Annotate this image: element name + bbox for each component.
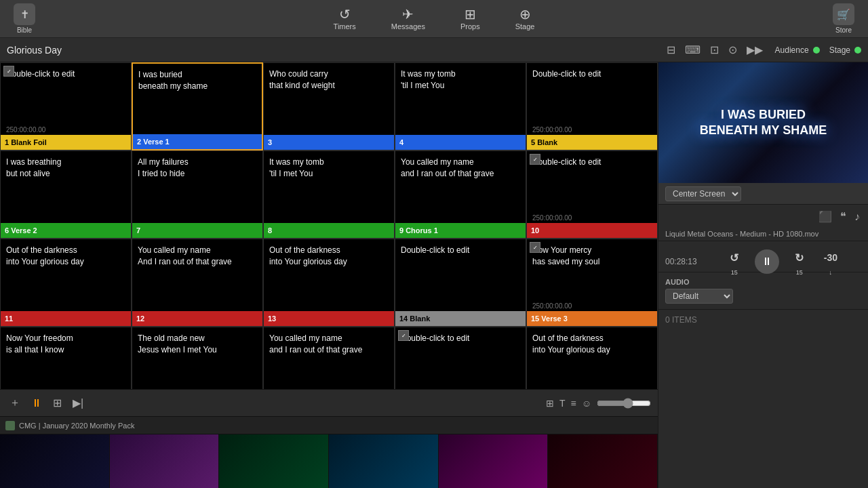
thumbnail-item[interactable] [110, 434, 220, 488]
play-pause-button[interactable]: ⏸ [28, 394, 45, 412]
play-pause-transport-button[interactable]: ⏸ [755, 249, 779, 274]
slide-card[interactable]: You called my nameAnd I ran out of that … [132, 239, 263, 327]
transport-bar: ⬛ ❝ ♪ Liquid Metal Oceans - Medium - HD … [658, 205, 868, 272]
slide-label: 2 Verse 1 [133, 134, 262, 149]
props-icon: ⊞ [465, 7, 476, 21]
presentation-title: Glorious Day [7, 45, 660, 56]
thumbnail-strip [0, 434, 658, 488]
text-view-button[interactable]: T [559, 398, 566, 409]
slide-card[interactable]: Who could carrythat kind of weight3 [263, 62, 395, 150]
thumbnail-image [329, 434, 438, 488]
slide-card[interactable]: You called my nameand I ran out of that … [395, 150, 526, 239]
secondary-toolbar: Glorious Day ⊟ ⌨ ⊡ ⊙ ▶▶ Audience Stage [0, 38, 868, 62]
slide-corner-icon: ✓ [398, 330, 409, 341]
add-slide-button[interactable]: ＋ [7, 393, 23, 413]
slide-corner-icon: ✓ [530, 242, 540, 253]
settings-button[interactable]: ⊙ [726, 42, 740, 58]
slides-grid: ✓Double-click to edit250:00:00.001 Blank… [0, 62, 658, 389]
toolbar-right: 🛒 Store [827, 1, 860, 37]
slide-card-text: Double-click to edit [527, 63, 657, 125]
center-screen-select[interactable]: Center Screen [665, 186, 741, 201]
slide-card[interactable]: It was my tomb'til I met You8 [263, 150, 395, 239]
layout-button[interactable]: ⊡ [707, 42, 722, 58]
slide-card-text: You called my nameand I ran out of that … [264, 327, 394, 389]
slide-card[interactable]: ✓Double-click to edit250:00:00.0010 [526, 150, 658, 239]
forward-15-button[interactable]: ↻ [789, 247, 810, 269]
thumbnail-item[interactable] [0, 434, 110, 488]
slide-label: 10 [527, 223, 657, 238]
timers-button[interactable]: ↺ Timers [324, 5, 366, 33]
slide-card[interactable]: Out of the darknessinto Your glorious da… [263, 239, 395, 327]
bible-icon: ✝ [14, 3, 35, 25]
slide-card-text: Double-click to edit [1, 63, 131, 125]
rewind-15-button[interactable]: ↺ [724, 247, 745, 269]
monitor-icon-btn[interactable]: ⬛ [817, 209, 833, 224]
quote-icon-btn[interactable]: ❝ [839, 209, 848, 224]
slide-card-text: Double-click to edit [395, 239, 526, 311]
slide-card[interactable]: Double-click to edit14 Blank [395, 239, 526, 327]
slides-panel: ✓Double-click to edit250:00:00.001 Blank… [0, 62, 658, 488]
top-toolbar: ✝ Bible ↺ Timers ✈ Messages ⊞ Props ⊕ St… [0, 0, 868, 38]
search-button[interactable]: ⊟ [664, 42, 678, 58]
slide-label: 9 Chorus 1 [395, 223, 526, 238]
thumbnail-item[interactable] [329, 434, 439, 488]
emoji-button[interactable]: ☺ [582, 398, 591, 409]
keyboard-button[interactable]: ⌨ [682, 42, 703, 58]
slide-card[interactable]: ✓Double-click to edit250:00:00.001 Blank… [0, 62, 132, 150]
slide-card[interactable]: You called my nameand I ran out of that … [263, 327, 395, 389]
store-icon: 🛒 [833, 3, 854, 25]
thumbnail-image [439, 434, 548, 488]
next-button[interactable]: ▶| [70, 394, 86, 412]
main-area: ✓Double-click to edit250:00:00.001 Blank… [0, 62, 868, 488]
zoom-slider[interactable] [597, 398, 651, 409]
slide-card[interactable]: I was buriedbeneath my shame2 Verse 1 [132, 62, 263, 150]
slide-label: 12 [132, 311, 262, 326]
slide-label: 11 [1, 311, 131, 326]
slide-label: 15 Verse 3 [527, 311, 657, 326]
items-section: 0 ITEMS [658, 310, 868, 330]
slide-label: 1 Blank Foil [1, 135, 131, 150]
audio-select[interactable]: Default [665, 289, 733, 304]
preview-line1: I WAS BURIED [700, 107, 827, 123]
slide-corner-icon: ✓ [3, 66, 14, 77]
loop-button[interactable]: ⊞ [50, 394, 64, 412]
stage-button[interactable]: ⊕ Stage [506, 5, 545, 33]
list-view-button[interactable]: ≡ [571, 398, 576, 409]
thumbnail-item[interactable] [439, 434, 549, 488]
slide-corner-icon: ✓ [530, 154, 540, 165]
skip-minus-button[interactable]: -30 [820, 247, 842, 268]
forward-button[interactable]: ▶▶ [744, 42, 766, 58]
stage-label: Stage [829, 45, 850, 55]
messages-button[interactable]: ✈ Messages [382, 5, 435, 33]
store-button[interactable]: 🛒 Store [827, 1, 860, 37]
toolbar-left: ✝ Bible [8, 1, 41, 37]
props-button[interactable]: ⊞ Props [451, 5, 490, 33]
transport-icons: ⬛ ❝ ♪ [658, 205, 868, 227]
slide-card[interactable]: Now Your freedomis all that I know16 [0, 327, 132, 389]
source-bar: CMG | January 2020 Monthly Pack [0, 416, 658, 434]
thumbnail-item[interactable] [548, 434, 658, 488]
slide-card[interactable]: ✓Now Your mercyhas saved my soul250:00:0… [526, 239, 658, 327]
bottom-bar: ＋ ⏸ ⊞ ▶| ⊞ T ≡ ☺ [0, 389, 658, 416]
thumbnail-item[interactable] [219, 434, 329, 488]
music-icon-btn[interactable]: ♪ [853, 209, 861, 224]
slide-card[interactable]: Out of the darknessinto Your glorious da… [0, 239, 132, 327]
bible-button[interactable]: ✝ Bible [8, 1, 41, 37]
slide-card-text: Now Your mercyhas saved my soul [527, 239, 657, 301]
thumbnail-image [548, 434, 657, 488]
slide-card[interactable]: It was my tomb'til I met You4 [395, 62, 526, 150]
timers-icon: ↺ [339, 7, 351, 21]
forward-15-wrap: ↻ 15 [789, 247, 810, 276]
slide-card[interactable]: Out of the darknessinto Your glorious da… [526, 327, 658, 389]
messages-icon: ✈ [402, 7, 414, 21]
slide-card[interactable]: Double-click to edit250:00:00.005 Blank [526, 62, 658, 150]
slide-label: 7 [132, 223, 262, 238]
slide-card[interactable]: I was breathingbut not alive6 Verse 2 [0, 150, 132, 239]
grid-view-button[interactable]: ⊞ [546, 398, 554, 409]
thumbnail-image [0, 434, 109, 488]
slide-card-text: The old made newJesus when I met You [132, 327, 262, 389]
slide-card[interactable]: The old made newJesus when I met You17 [132, 327, 263, 389]
slide-card-text: Double-click to edit [395, 327, 526, 389]
slide-card[interactable]: All my failuresI tried to hide7 [132, 150, 263, 239]
slide-card[interactable]: ✓Double-click to edit19 [395, 327, 526, 389]
